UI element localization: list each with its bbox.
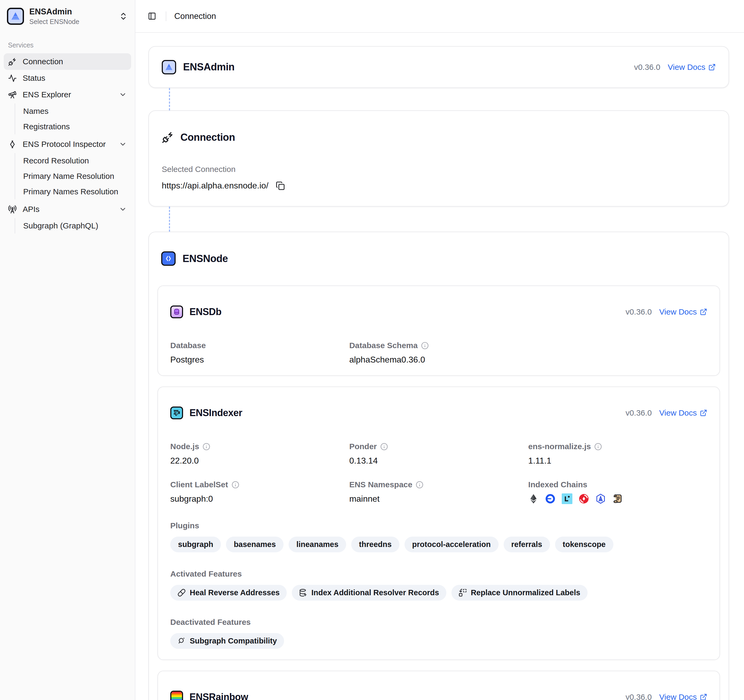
activity-icon [8,74,17,83]
pyramid-icon [10,11,21,22]
angle-brackets-icon [164,254,173,263]
sidebar-item-status[interactable]: Status [4,70,131,86]
field-value: alphaSchema0.36.0 [349,355,528,365]
field-value: mainnet [349,494,528,504]
card-title: ENSRainbow [189,691,248,700]
field-label: ens-normalize.js [528,442,707,451]
field-value: 22.20.0 [170,456,349,466]
sidebar-subitem[interactable]: Primary Name Resolution [15,168,131,184]
topbar: Connection [135,0,744,33]
content: ENSAdmin v0.36.0 View Docs Connection Se… [135,33,744,700]
plugin-badge: threedns [351,536,399,552]
sidebar-item-label: ENS Explorer [23,90,71,99]
sidebar-item-label: Status [23,74,45,83]
info-icon[interactable] [416,481,423,489]
topbar-divider [166,12,166,21]
breadcrumb: Connection [174,12,216,21]
ens-diamond-icon [8,140,17,149]
info-icon[interactable] [594,443,602,450]
ensadmin-card: ENSAdmin v0.36.0 View Docs [149,46,729,88]
plugins-label: Plugins [170,521,707,530]
card-title: ENSAdmin [183,61,235,73]
activated-features-label: Activated Features [170,569,707,578]
plugin-badge: lineanames [289,536,346,552]
ensadmin-logo [162,60,176,74]
view-docs-link[interactable]: View Docs [659,693,707,700]
chevron-down-icon [119,91,127,98]
deactivated-features-list: Subgraph Compatibility [170,633,707,649]
field-label: Node.js [170,442,349,451]
radio-tower-icon [8,205,17,214]
threedns-icon [579,493,589,504]
view-docs-link[interactable]: View Docs [659,408,707,417]
services-section-label: Services [8,41,131,49]
version-badge: v0.36.0 [625,408,652,417]
base-icon [545,493,556,504]
linea-icon [562,493,572,504]
ensadmin-logo [7,8,24,25]
panel-left-icon [148,12,156,20]
ensdb-logo [170,305,183,318]
copy-icon[interactable] [276,181,285,190]
plugin-badge: basenames [226,536,284,552]
ensnode-logo [161,252,176,266]
plugin-badge: tokenscope [555,536,613,552]
ensnode-selector[interactable]: ENSAdmin Select ENSNode [4,5,131,27]
database-plus-icon [299,588,307,597]
version-badge: v0.36.0 [634,63,660,72]
sidebar-item-connection[interactable]: Connection [4,53,131,70]
rainbow-stripes [171,692,182,700]
arbitrum-icon [595,493,606,504]
pill-icon [177,588,186,597]
sidebar-item-apis[interactable]: APIs [4,201,131,217]
ensindexer-card: ENSIndexer v0.36.0 View Docs Node.js [158,387,720,660]
field-label: ENS Namespace [349,480,528,489]
scroll-icon [612,493,623,504]
external-link-icon [700,308,707,316]
sidebar-item-label: ENS Protocol Inspector [23,140,106,149]
ens-protocol-inspector-subitems: Record ResolutionPrimary Name Resolution… [15,153,131,200]
info-icon[interactable] [380,443,388,450]
version-badge: v0.36.0 [625,693,652,700]
sidebar-subitem[interactable]: Subgraph (GraphQL) [15,218,131,234]
feature-badge: Heal Reverse Addresses [170,585,287,600]
sidebar-subitem[interactable]: Names [15,103,131,119]
sidebar-subitem[interactable]: Record Resolution [15,153,131,168]
info-icon[interactable] [421,342,429,350]
indexed-chains-label: Indexed Chains [528,480,707,489]
sidebar-item-label: Connection [23,57,63,66]
card-title: ENSIndexer [189,407,242,419]
chevrons-up-down-icon[interactable] [119,12,128,21]
app-title: ENSAdmin [29,7,79,16]
info-icon[interactable] [202,443,210,450]
field-label: Ponder [349,442,528,451]
sidebar: ENSAdmin Select ENSNode Services Connect… [0,0,135,700]
plug-zap-icon [8,57,17,66]
sidebar-subitem[interactable]: Primary Names Resolution [15,184,131,200]
view-docs-link[interactable]: View Docs [659,307,707,316]
replace-icon [458,588,467,597]
graph-icon [177,637,186,645]
app-subtitle: Select ENSNode [29,18,79,25]
field-label: Database [170,341,349,350]
ensadmin-app: ENSAdmin Select ENSNode Services Connect… [0,0,744,700]
connection-url: https://api.alpha.ensnode.io/ [162,181,268,191]
field-value: Postgres [170,355,349,365]
chevron-down-icon [119,205,127,213]
field-label: Database Schema [349,341,528,350]
card-title: ENSDb [189,306,222,317]
main-area: Connection ENSAdmin v0.36.0 View Docs [135,0,744,700]
circuit-icon [173,409,180,417]
view-docs-link[interactable]: View Docs [668,63,716,72]
pyramid-icon [164,63,174,72]
card-title: ENSNode [183,253,228,264]
info-icon[interactable] [232,481,239,489]
ens-explorer-subitems: NamesRegistrations [15,103,131,134]
apis-subitems: Subgraph (GraphQL) [15,218,131,234]
sidebar-item-ens-protocol-inspector[interactable]: ENS Protocol Inspector [4,136,131,152]
sidebar-toggle-button[interactable] [146,10,158,22]
activated-features-list: Heal Reverse Addresses Index Additional … [170,585,707,600]
sidebar-subitem[interactable]: Registrations [15,119,131,134]
ensdb-card: ENSDb v0.36.0 View Docs Database P [158,286,720,376]
sidebar-item-ens-explorer[interactable]: ENS Explorer [4,86,131,103]
